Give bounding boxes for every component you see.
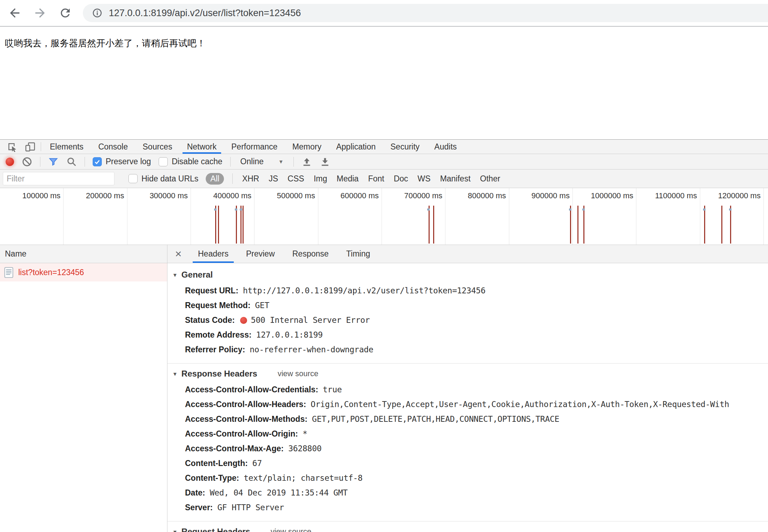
load-event-line xyxy=(570,206,571,244)
hide-data-urls-label: Hide data URLs xyxy=(141,174,198,184)
name-column-header[interactable]: Name xyxy=(0,245,167,263)
view-source-link[interactable]: view source xyxy=(271,527,311,532)
load-event-line xyxy=(721,206,722,244)
network-filterbar: Hide data URLs AllXHRJSCSSImgMediaFontDo… xyxy=(0,169,768,188)
header-value: * xyxy=(303,429,307,438)
request-type-filters: AllXHRJSCSSImgMediaFontDocWSManifestOthe… xyxy=(207,173,500,185)
details-tab-preview[interactable]: Preview xyxy=(237,245,284,263)
tab-performance[interactable]: Performance xyxy=(224,140,285,154)
header-name: Access-Control-Allow-Origin: xyxy=(185,429,298,438)
filter-type-all[interactable]: All xyxy=(206,173,224,185)
details-tab-headers[interactable]: Headers xyxy=(189,245,237,263)
request-dot xyxy=(569,208,571,211)
filter-type-manifest[interactable]: Manifest xyxy=(440,174,471,184)
header-line: Access-Control-Allow-Headers:Origin,Cont… xyxy=(185,397,768,412)
preserve-log-control[interactable]: Preserve log xyxy=(93,157,151,166)
throttling-dropdown[interactable]: Online ▼ xyxy=(238,157,286,166)
url-text[interactable]: 127.0.0.1:8199/api.v2/user/list?token=12… xyxy=(109,8,301,19)
network-main: Name list?token=123456 × HeadersPreviewR… xyxy=(0,245,768,532)
record-button[interactable] xyxy=(6,158,14,166)
disable-cache-control[interactable]: Disable cache xyxy=(159,157,222,166)
divider xyxy=(40,157,40,167)
toggle-device-toolbar-button[interactable] xyxy=(21,140,39,154)
network-overview-timeline[interactable]: 100000 ms200000 ms300000 ms400000 ms5000… xyxy=(0,188,768,245)
close-details-button[interactable]: × xyxy=(167,245,189,263)
export-har-icon[interactable] xyxy=(320,157,330,167)
load-event-line xyxy=(240,206,241,244)
header-line: Access-Control-Max-Age:3628800 xyxy=(185,441,768,456)
filter-type-js[interactable]: JS xyxy=(269,174,278,184)
tab-application[interactable]: Application xyxy=(329,140,383,154)
details-tab-timing[interactable]: Timing xyxy=(337,245,379,263)
tab-audits[interactable]: Audits xyxy=(427,140,464,154)
divider xyxy=(230,157,231,167)
request-dot xyxy=(214,208,217,211)
request-row[interactable]: list?token=123456 xyxy=(0,263,167,281)
preserve-log-label: Preserve log xyxy=(106,157,151,166)
filter-type-media[interactable]: Media xyxy=(337,174,359,184)
header-name: Referrer Policy: xyxy=(185,345,245,354)
header-name: Access-Control-Max-Age: xyxy=(185,444,284,453)
request-dot xyxy=(240,208,242,211)
tab-network[interactable]: Network xyxy=(180,140,224,154)
header-name: Remote Address: xyxy=(185,330,252,339)
header-value: no-referrer-when-downgrade xyxy=(250,345,373,354)
tab-memory[interactable]: Memory xyxy=(285,140,329,154)
timeline-tick: 100000 ms xyxy=(0,188,64,245)
server-error-message: 哎哟我去，服务器居然开小差了，请稍后再试吧！ xyxy=(0,27,768,60)
reload-button[interactable] xyxy=(58,5,73,21)
load-event-line xyxy=(577,206,578,244)
triangle-down-icon[interactable]: ▼ xyxy=(172,371,178,377)
hide-data-urls-control[interactable]: Hide data URLs xyxy=(128,174,198,184)
search-icon[interactable] xyxy=(66,157,77,167)
load-event-line xyxy=(243,206,244,244)
timeline-tick: 700000 ms xyxy=(382,188,445,245)
request-dot xyxy=(427,208,430,211)
filter-input[interactable] xyxy=(3,172,114,185)
section-title: Response Headers xyxy=(181,369,257,379)
hide-data-urls-checkbox[interactable] xyxy=(128,174,138,183)
address-bar[interactable]: 127.0.0.1:8199/api.v2/user/list?token=12… xyxy=(83,4,768,22)
load-event-line xyxy=(215,206,216,244)
header-line: Request Method:GET xyxy=(185,298,768,313)
back-button[interactable] xyxy=(7,5,22,21)
filter-type-doc[interactable]: Doc xyxy=(394,174,408,184)
import-har-icon[interactable] xyxy=(302,157,312,167)
clear-icon[interactable] xyxy=(22,157,32,167)
filter-type-font[interactable]: Font xyxy=(368,174,384,184)
headers-content: ▼GeneralRequest URL:http://127.0.0.1:819… xyxy=(167,263,768,532)
request-name: list?token=123456 xyxy=(18,268,84,277)
inspect-element-button[interactable] xyxy=(3,140,21,154)
triangle-down-icon[interactable]: ▼ xyxy=(172,272,178,278)
filter-type-ws[interactable]: WS xyxy=(418,174,431,184)
header-name: Request URL: xyxy=(185,286,238,295)
header-name: Request Method: xyxy=(185,301,251,310)
filter-icon[interactable] xyxy=(48,157,59,167)
timeline-tick: 600000 ms xyxy=(318,188,382,245)
details-tab-response[interactable]: Response xyxy=(284,245,338,263)
filter-type-img[interactable]: Img xyxy=(314,174,327,184)
disable-cache-checkbox[interactable] xyxy=(159,157,168,166)
section-header: ▼Request Headersview source xyxy=(167,524,768,532)
tab-console[interactable]: Console xyxy=(91,140,135,154)
tab-sources[interactable]: Sources xyxy=(135,140,179,154)
triangle-down-icon[interactable]: ▼ xyxy=(172,529,178,532)
header-list: Access-Control-Allow-Credentials:trueAcc… xyxy=(167,382,768,515)
header-name: Access-Control-Allow-Headers: xyxy=(185,400,306,409)
tab-elements[interactable]: Elements xyxy=(42,140,91,154)
header-list: Request URL:http://127.0.0.1:8199/api.v2… xyxy=(167,283,768,357)
filter-type-css[interactable]: CSS xyxy=(287,174,304,184)
header-line: Content-Type:text/plain; charset=utf-8 xyxy=(185,471,768,485)
view-source-link[interactable]: view source xyxy=(278,369,318,378)
filter-type-other[interactable]: Other xyxy=(480,174,501,184)
load-event-line xyxy=(730,206,731,244)
filter-type-xhr[interactable]: XHR xyxy=(242,174,259,184)
info-icon[interactable] xyxy=(92,8,102,18)
header-value: GET xyxy=(255,301,270,310)
header-name: Access-Control-Allow-Methods: xyxy=(185,414,307,424)
preserve-log-checkbox[interactable] xyxy=(93,157,102,166)
status-error-dot-icon xyxy=(240,317,247,324)
load-event-line xyxy=(429,206,430,244)
forward-button[interactable] xyxy=(32,5,48,21)
tab-security[interactable]: Security xyxy=(383,140,427,154)
